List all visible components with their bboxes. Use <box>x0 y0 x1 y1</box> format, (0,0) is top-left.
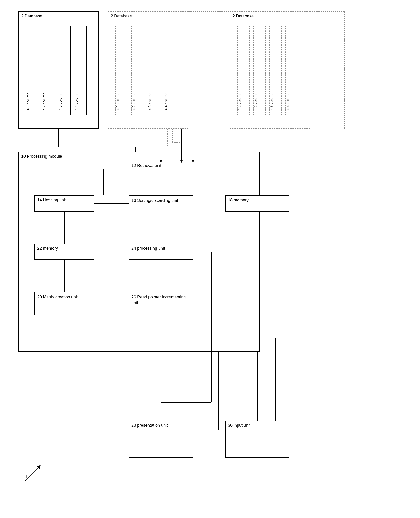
db3-col2: 4.2 column <box>254 92 258 110</box>
db1-col4: 4.4 column <box>75 92 79 110</box>
processing-unit-24: 24 processing unit <box>129 244 193 260</box>
processing-module-label: 10 Processing module <box>21 154 62 159</box>
sorting-unit: 16 Sorting/discarding unit <box>129 195 193 216</box>
presentation-unit: 28 presentation unit <box>129 421 193 457</box>
db1-label: 2 Database <box>21 14 42 19</box>
retrieval-unit: 12 Retrieval unit <box>129 161 193 177</box>
db2-col1: 4.1 column <box>116 92 120 110</box>
database-1: 2 Database 4.1 column 4.2 column 4.3 col… <box>18 11 99 129</box>
db2-col4: 4.4 column <box>164 92 168 110</box>
svg-line-28 <box>25 467 39 480</box>
db3-col1: 4.1 column <box>238 92 242 110</box>
diagram: 2 Database 4.1 column 4.2 column 4.3 col… <box>0 0 420 518</box>
database-2: 2 Database 4.1 column 4.2 column 4.3 col… <box>108 11 188 129</box>
database-3: 2 Database 4.1 column 4.2 column 4.3 col… <box>230 11 310 129</box>
db3-col4: 4.4 column <box>286 92 290 110</box>
hashing-unit: 14 Hashing unit <box>34 195 94 212</box>
read-pointer-unit: 26 Read pointer incrementing unit <box>129 292 193 315</box>
db1-col2: 4.2 column <box>42 92 46 110</box>
db1-col1: 4.1 column <box>26 92 30 110</box>
db3-col3: 4.3 column <box>270 92 274 110</box>
db2-col3: 4.3 column <box>148 92 152 110</box>
figure-arrow <box>18 460 46 488</box>
matrix-creation-unit: 20 Matrix creation unit <box>34 292 94 315</box>
memory-18: 18 memory <box>225 195 290 212</box>
db1-col3: 4.3 column <box>58 92 62 110</box>
memory-22: 22 memory <box>34 244 94 260</box>
db2-col2: 4.2 column <box>132 92 136 110</box>
input-unit: 30 input unit <box>225 421 290 457</box>
db2-label: 2 Database <box>111 14 132 19</box>
db3-label: 2 Database <box>232 14 254 19</box>
